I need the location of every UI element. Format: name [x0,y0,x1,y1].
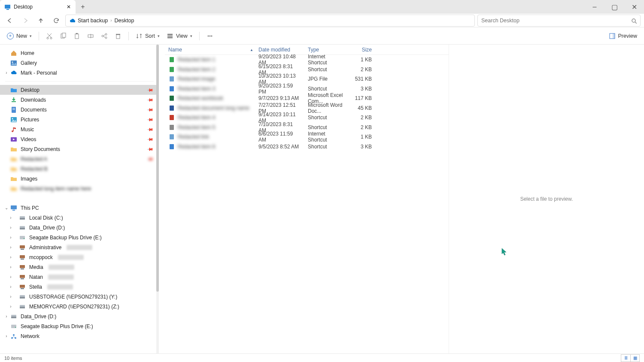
table-row[interactable]: Redacted item 69/5/2023 8:52 AMShortcut3… [165,142,449,152]
drive-icon [19,244,26,251]
table-row[interactable]: Redacted image10/3/2023 10:13 AMJPG File… [165,74,449,84]
new-label: New [16,33,27,39]
sidebar-item-label: Story Documents [21,146,60,152]
maximize-button[interactable]: ▢ [605,0,624,14]
column-date[interactable]: Date modified [255,47,304,53]
expand-icon[interactable]: › [8,255,14,259]
file-size: 45 KB [347,105,375,111]
sidebar-seagate-root[interactable]: Seagate Backup Plus Drive (E:) [0,321,159,331]
sort-label: Sort [145,33,155,39]
new-button[interactable]: + New ▾ [4,30,34,42]
sidebar-item-videos[interactable]: Videos📌 [0,134,159,144]
column-type[interactable]: Type [304,47,347,53]
table-row[interactable]: Redacted document long name7/27/2023 12:… [165,103,449,113]
table-row[interactable]: Redacted item 26/15/2023 8:31 AMShortcut… [165,65,449,75]
sidebar-item-desktop[interactable]: Desktop📌 [0,85,159,95]
copy-icon [60,33,67,39]
sidebar-scrollbar[interactable] [156,45,159,353]
expand-icon[interactable]: › [8,215,14,220]
status-count: 10 items [4,356,22,361]
close-tab-icon[interactable]: ✕ [66,4,71,9]
column-name[interactable]: Name ▲ [165,47,255,53]
sidebar-this-pc[interactable]: ⌄ This PC [0,203,159,213]
sidebar-item-redacted[interactable]: Redacted long item name here [0,184,159,193]
titlebar: Desktop ✕ + – ▢ ✕ [0,0,644,14]
sidebar-gallery[interactable]: Gallery [0,58,159,68]
expand-icon[interactable]: › [8,245,14,250]
desktop-icon [10,87,17,94]
sidebar-item-downloads[interactable]: Downloads📌 [0,95,159,105]
file-size: 2 KB [347,124,375,130]
more-button[interactable] [204,30,216,42]
copy-button[interactable] [57,30,69,42]
sidebar-network[interactable]: › Network [0,331,159,341]
breadcrumb-current[interactable]: Desktop [115,18,134,24]
new-tab-button[interactable]: + [76,0,90,14]
sidebar-drive[interactable]: ›Media [0,262,159,272]
view-details-button[interactable]: ≣ [621,354,630,362]
sidebar-drive[interactable]: ›Stella [0,282,159,292]
share-button[interactable] [98,30,110,42]
view-grid-button[interactable]: ▦ [630,354,640,362]
search-box[interactable] [477,15,641,27]
expand-icon[interactable]: › [8,275,14,279]
expand-icon[interactable]: › [8,284,14,289]
desktop-icon [4,4,10,10]
paste-button[interactable] [71,30,83,42]
delete-button[interactable] [112,30,124,42]
table-row[interactable]: Redacted item 19/20/2023 10:48 AMInterne… [165,55,449,65]
sidebar-item-label: mcoppock [29,254,53,260]
sidebar-item-music[interactable]: Music📌 [0,124,159,134]
sidebar-images[interactable]: Images [0,174,159,184]
sidebar-onedrive[interactable]: › Mark - Personal [0,68,159,78]
preview-toggle[interactable]: Preview [606,30,640,42]
pin-icon: 📌 [147,136,154,142]
column-size[interactable]: Size [347,47,375,53]
sidebar-item-redacted[interactable]: Redacted B [0,164,159,174]
file-size: 531 KB [347,76,375,82]
file-name: Redacted item 1 [178,57,215,63]
sidebar-drive[interactable]: ›MEMORYCARD (\\EPSON279231) (Z:) [0,302,159,311]
tab-desktop[interactable]: Desktop ✕ [0,0,76,14]
search-input[interactable] [481,18,627,24]
expand-icon[interactable]: › [3,70,9,75]
minimize-button[interactable]: – [585,0,605,14]
refresh-button[interactable] [50,14,63,27]
sidebar-item-label: Downloads [21,97,46,103]
expand-icon[interactable]: › [8,304,14,309]
sidebar-drive[interactable]: ›Local Disk (C:) [0,213,159,223]
expand-icon[interactable]: › [3,334,9,338]
drive-icon [19,264,26,271]
sidebar-drive[interactable]: ›mcoppock [0,252,159,262]
cut-button[interactable] [43,30,55,42]
rename-button[interactable] [85,30,97,42]
sidebar-item-pictures[interactable]: Pictures📌 [0,115,159,124]
scrollbar-thumb[interactable] [156,45,159,292]
sidebar-drive[interactable]: ›Seagate Backup Plus Drive (E:) [0,232,159,242]
sidebar-drive[interactable]: ›USBSTORAGE (\\EPSON279231) (Y:) [0,292,159,302]
expand-icon[interactable]: › [8,265,14,269]
expand-icon[interactable]: › [3,314,9,319]
expand-icon[interactable]: › [8,225,14,230]
up-button[interactable] [34,14,47,27]
sidebar-item-documents[interactable]: Documents📌 [0,105,159,115]
breadcrumb-backup[interactable]: Start backup [69,18,108,24]
breadcrumb[interactable]: Start backup › Desktop [65,15,475,27]
sidebar-item-story-documents[interactable]: Story Documents📌 [0,144,159,154]
close-button[interactable]: ✕ [624,0,644,14]
sort-button[interactable]: Sort ▾ [133,30,162,42]
table-row[interactable]: Redacted item 49/14/2023 10:11 AMShortcu… [165,113,449,123]
table-row[interactable]: Redacted link6/6/2023 11:59 AMInternet S… [165,132,449,142]
view-button[interactable]: View ▾ [164,30,195,42]
expand-icon[interactable]: › [8,294,14,299]
forward-button[interactable] [19,14,32,27]
sidebar-item-redacted[interactable]: Redacted A 📌 [0,154,159,164]
expand-icon[interactable]: › [8,235,14,240]
collapse-icon[interactable]: ⌄ [3,205,9,210]
sidebar-drive[interactable]: ›Administrative [0,242,159,252]
sidebar-drive[interactable]: ›Natan [0,272,159,282]
sidebar-drive[interactable]: ›Data_Drive (D:) [0,223,159,232]
sidebar-home[interactable]: Home [0,48,159,58]
back-button[interactable] [3,14,16,27]
sidebar-data-drive-root[interactable]: › Data_Drive (D:) [0,311,159,321]
